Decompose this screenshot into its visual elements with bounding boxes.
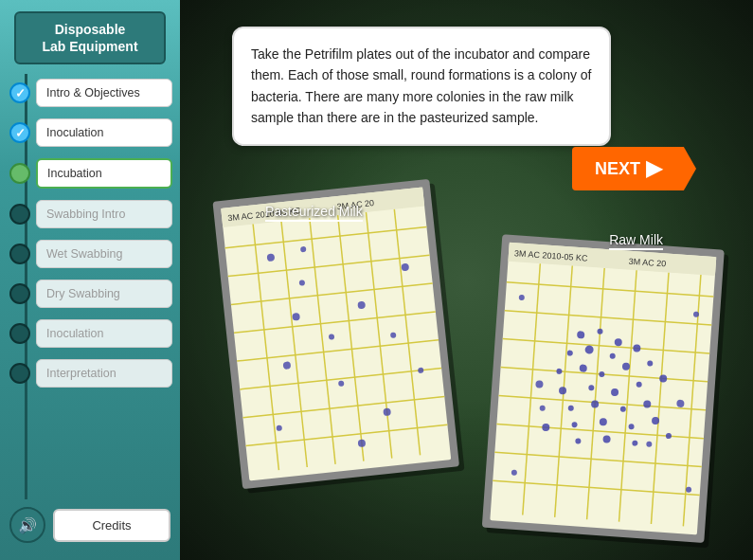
sidebar-header: Disposable Lab Equipment <box>14 11 166 64</box>
nav-button-swabbing-intro[interactable]: Swabbing Intro <box>36 200 172 228</box>
raw-milk-label: Raw Milk <box>609 232 663 250</box>
info-box: Take the Petrifilm plates out of the inc… <box>232 27 611 146</box>
next-label: NEXT <box>595 159 640 179</box>
nav-button-interpretation[interactable]: Interpretation <box>36 359 172 388</box>
nav-button-intro[interactable]: Intro & Objectives <box>36 79 172 107</box>
credits-button[interactable]: Credits <box>53 509 170 542</box>
nav-dot-dry-swabbing <box>9 283 30 304</box>
nav-item-incubation: Incubation <box>0 154 180 193</box>
nav-item-dry-swabbing: Dry Swabbing <box>0 275 180 313</box>
nav-dot-swabbing-intro <box>9 204 30 225</box>
nav-button-incubation[interactable]: Incubation <box>36 158 172 189</box>
sidebar-footer: 🔊 Credits <box>0 499 180 551</box>
check-icon-inoculation1: ✓ <box>15 126 26 140</box>
check-icon-intro: ✓ <box>15 86 26 100</box>
nav-dot-incubation <box>9 163 30 184</box>
nav-item-swabbing-intro: Swabbing Intro <box>0 195 180 233</box>
timeline: ✓ Intro & Objectives ✓ Inoculation Incub… <box>0 74 180 499</box>
nav-button-wet-swabbing[interactable]: Wet Swabbing <box>36 240 172 268</box>
nav-button-inoculation1[interactable]: Inoculation <box>36 118 172 147</box>
info-text: Take the Petrifilm plates out of the inc… <box>251 46 592 125</box>
pasteurized-label: Pasteurized Milk <box>265 204 363 222</box>
nav-item-interpretation: Interpretation <box>0 354 180 392</box>
nav-dot-inoculation2 <box>9 323 30 344</box>
nav-dot-intro: ✓ <box>9 82 30 103</box>
sidebar: Disposable Lab Equipment ✓ Intro & Objec… <box>0 0 180 560</box>
nav-item-inoculation2: Inoculation <box>0 315 180 352</box>
nav-button-dry-swabbing[interactable]: Dry Swabbing <box>36 280 172 308</box>
nav-button-inoculation2[interactable]: Inoculation <box>36 319 172 348</box>
app-container: Disposable Lab Equipment ✓ Intro & Objec… <box>0 0 753 560</box>
next-arrow-icon: ▶ <box>646 156 662 181</box>
sound-button[interactable]: 🔊 <box>9 507 45 543</box>
main-content: Take the Petrifilm plates out of the inc… <box>180 0 753 560</box>
next-button[interactable]: NEXT ▶ <box>572 147 696 190</box>
nav-dot-interpretation <box>9 363 30 384</box>
nav-dot-inoculation1: ✓ <box>9 122 30 143</box>
nav-dot-wet-swabbing <box>9 244 30 264</box>
nav-item-intro: ✓ Intro & Objectives <box>0 74 180 112</box>
sound-icon: 🔊 <box>18 516 37 534</box>
nav-item-wet-swabbing: Wet Swabbing <box>0 235 180 273</box>
nav-item-inoculation1: ✓ Inoculation <box>0 114 180 152</box>
